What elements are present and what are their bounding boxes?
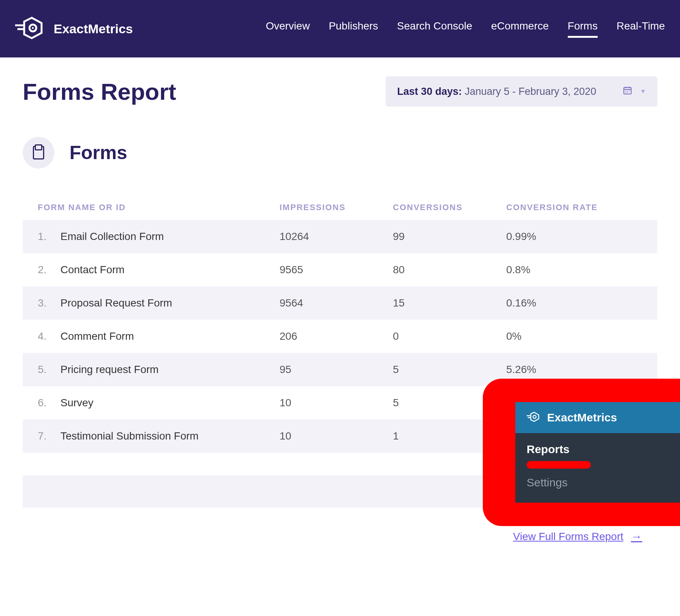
row-impressions: 206 — [280, 330, 393, 342]
table-header: FORM NAME OR ID IMPRESSIONS CONVERSIONS … — [23, 195, 657, 220]
svg-point-1 — [32, 27, 34, 29]
page-title: Forms Report — [23, 78, 176, 105]
row-num: 6. — [38, 397, 60, 409]
nav-ecommerce[interactable]: eCommerce — [491, 20, 549, 38]
title-row: Forms Report Last 30 days: January 5 - F… — [23, 76, 657, 107]
svg-point-13 — [533, 415, 536, 418]
section-header: Forms — [23, 137, 657, 169]
brand-name: ExactMetrics — [54, 22, 133, 36]
row-num: 5. — [38, 364, 60, 376]
col-header-impressions: IMPRESSIONS — [280, 203, 393, 212]
clipboard-icon-badge — [23, 137, 54, 169]
overlay-item-reports[interactable]: Reports — [527, 443, 669, 458]
row-conversions: 80 — [393, 264, 506, 276]
overlay-brand-header[interactable]: ExactMetrics — [515, 402, 680, 433]
row-num: 7. — [38, 430, 60, 442]
col-header-rate: CONVERSION RATE — [506, 203, 642, 212]
overlay-menu: Reports Settings — [515, 433, 680, 503]
row-name: Contact Form — [60, 264, 280, 276]
row-name: Comment Form — [60, 330, 280, 342]
svg-point-8 — [626, 91, 626, 91]
row-impressions: 10264 — [280, 231, 393, 243]
col-header-name: FORM NAME OR ID — [38, 203, 280, 212]
row-rate: 5.26% — [506, 364, 642, 376]
table-row: 4. Comment Form 206 0 0% — [23, 320, 657, 353]
row-rate: 0.8% — [506, 264, 642, 276]
row-rate: 0.16% — [506, 297, 642, 309]
nav-forms[interactable]: Forms — [568, 20, 598, 38]
nav-real-time[interactable]: Real-Time — [617, 20, 665, 38]
date-range-selector[interactable]: Last 30 days: January 5 - February 3, 20… — [386, 76, 657, 107]
svg-point-12 — [627, 92, 628, 93]
view-full-report-link[interactable]: View Full Forms Report → — [513, 530, 642, 543]
red-underline-highlight — [527, 461, 591, 469]
row-impressions: 10 — [280, 430, 393, 442]
svg-point-11 — [626, 92, 626, 93]
row-conversions: 0 — [393, 330, 506, 342]
chevron-down-icon: ▼ — [640, 88, 646, 95]
row-impressions: 9565 — [280, 264, 393, 276]
row-name: Testimonial Submission Form — [60, 430, 280, 442]
nav-search-console[interactable]: Search Console — [397, 20, 472, 38]
row-name: Email Collection Form — [60, 231, 280, 243]
svg-point-9 — [627, 91, 628, 91]
row-num: 4. — [38, 330, 60, 342]
svg-point-10 — [629, 91, 629, 91]
overlay-item-settings[interactable]: Settings — [527, 476, 669, 491]
arrow-right-icon: → — [631, 530, 642, 543]
nav-overview[interactable]: Overview — [266, 20, 310, 38]
date-range: January 5 - February 3, 2020 — [465, 86, 596, 97]
clipboard-icon — [33, 146, 44, 159]
date-label: Last 30 days: — [397, 86, 462, 97]
wp-sidebar-overlay: ExactMetrics Reports Settings — [483, 379, 680, 526]
row-name: Proposal Request Form — [60, 297, 280, 309]
row-impressions: 95 — [280, 364, 393, 376]
row-num: 1. — [38, 231, 60, 243]
logo-wrap: ExactMetrics — [15, 16, 133, 41]
row-impressions: 9564 — [280, 297, 393, 309]
row-rate: 0.99% — [506, 231, 642, 243]
exactmetrics-small-logo-icon — [527, 412, 540, 424]
col-header-conversions: CONVERSIONS — [393, 203, 506, 212]
row-conversions: 99 — [393, 231, 506, 243]
table-row: 1. Email Collection Form 10264 99 0.99% — [23, 220, 657, 253]
table-row: 3. Proposal Request Form 9564 15 0.16% — [23, 286, 657, 320]
table-row: 2. Contact Form 9565 80 0.8% — [23, 253, 657, 286]
row-num: 2. — [38, 264, 60, 276]
exactmetrics-logo-icon — [15, 16, 46, 41]
row-conversions: 5 — [393, 364, 506, 376]
row-name: Survey — [60, 397, 280, 409]
main-nav: Overview Publishers Search Console eComm… — [266, 20, 665, 38]
link-label: View Full Forms Report — [513, 531, 623, 543]
overlay-brand-name: ExactMetrics — [547, 411, 617, 424]
row-num: 3. — [38, 297, 60, 309]
row-impressions: 10 — [280, 397, 393, 409]
row-rate: 0% — [506, 330, 642, 342]
row-name: Pricing request Form — [60, 364, 280, 376]
nav-publishers[interactable]: Publishers — [329, 20, 378, 38]
app-header: ExactMetrics Overview Publishers Search … — [0, 0, 680, 57]
calendar-icon — [623, 85, 632, 98]
section-title: Forms — [70, 142, 127, 164]
row-conversions: 15 — [393, 297, 506, 309]
